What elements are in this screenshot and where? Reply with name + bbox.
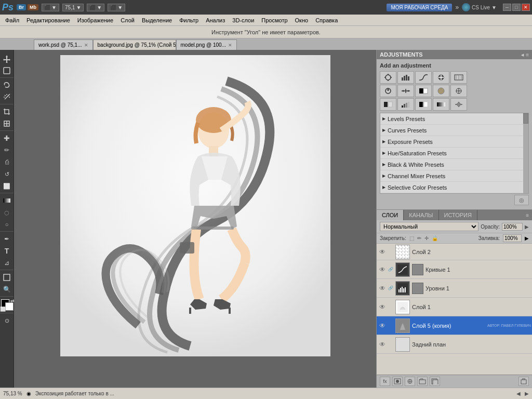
opacity-arrow[interactable]: ▶ (525, 224, 529, 230)
new-layer-button[interactable] (430, 377, 440, 386)
close-button[interactable]: ✕ (522, 4, 530, 11)
zoom-dropdown[interactable]: 75,1▼ (62, 4, 84, 11)
minimize-button[interactable]: ─ (503, 4, 511, 11)
levels-btn[interactable] (397, 71, 414, 84)
layer-row-sloy1[interactable]: 👁 Слой 1 (377, 298, 532, 316)
gradient-map-btn[interactable] (433, 98, 449, 111)
default-colors[interactable]: ⬜ (0, 307, 6, 312)
curves-presets-item[interactable]: ▶ Curves Presets (380, 125, 523, 136)
eraser-tool[interactable]: ⬜ (1, 180, 12, 192)
new-fill-adj-button[interactable] (405, 377, 415, 386)
menu-item-[interactable]: Анализ (203, 16, 228, 24)
menu-item-[interactable]: Окно (292, 16, 312, 24)
tab-history[interactable]: ИСТОРИЯ (439, 210, 477, 220)
history-brush-tool[interactable]: ↺ (1, 168, 12, 180)
bridge-icon[interactable]: Br (17, 4, 26, 10)
fill-input[interactable] (503, 234, 522, 242)
tab-close-2[interactable]: ✕ (228, 43, 232, 48)
clone-stamp-tool[interactable]: ⎙ (1, 156, 12, 168)
presets-scrollbar[interactable] (523, 113, 528, 193)
tab-1[interactable]: background.jpg @ 75,1% (Слой 5 (копия), … (93, 39, 176, 50)
layer-fx-button[interactable]: fx (380, 377, 390, 386)
exposure-presets-item[interactable]: ▶ Exposure Presets (380, 136, 523, 148)
shape-tool[interactable] (1, 272, 12, 283)
view-dropdown[interactable]: ⬛▼ (42, 4, 59, 11)
menu-item-d[interactable]: 3D-слои (229, 16, 257, 24)
adj-bottom-icon[interactable]: ◎ (514, 195, 529, 205)
lasso-tool[interactable] (1, 79, 12, 91)
channel-mixer-btn[interactable] (450, 85, 467, 97)
curves-btn[interactable] (415, 71, 432, 84)
status-icon[interactable]: ◉ (26, 391, 31, 396)
zoom-tool[interactable]: 🔍 (1, 284, 12, 295)
layer-row-sloy2[interactable]: 👁 Слой 2 (377, 244, 532, 260)
gradient-tool[interactable] (1, 195, 12, 206)
menu-item-[interactable]: Изображение (74, 16, 116, 24)
layer-visibility-curves[interactable]: 👁 (378, 265, 387, 274)
tab-0[interactable]: work.psd @ 75,1...✕ (34, 39, 93, 50)
channel-mixer-presets-item[interactable]: ▶ Channel Mixer Presets (380, 170, 523, 182)
lock-transparent-btn[interactable]: ⬚ (409, 235, 414, 241)
new-group-button[interactable] (417, 377, 428, 386)
exposure-btn[interactable] (433, 71, 449, 84)
layers-panel-menu[interactable]: ≡ (523, 211, 532, 219)
lock-all-btn[interactable]: 🔒 (432, 235, 438, 241)
layer-row-background[interactable]: 👁 Задний план (377, 335, 532, 354)
dodge-tool[interactable]: ○ (1, 219, 12, 230)
slice-tool[interactable] (1, 118, 12, 129)
select-tool[interactable] (1, 65, 12, 76)
menu-item-[interactable]: Просмотр (258, 16, 290, 24)
layer-row-curves[interactable]: 👁 🔗 Кривые 1 (377, 260, 532, 279)
selective-color-btn[interactable] (450, 98, 467, 111)
menu-item-[interactable]: Фильтр (176, 16, 202, 24)
selective-color-presets-item[interactable]: ▶ Selective Color Presets (380, 182, 523, 193)
levels-presets-item[interactable]: ▶ Levels Presets (380, 113, 523, 125)
opacity-input[interactable] (502, 223, 523, 231)
menu-item-[interactable]: Слой (117, 16, 138, 24)
color-balance-btn[interactable] (397, 85, 414, 97)
menu-item-[interactable]: Выделение (139, 16, 175, 24)
photo-filter-btn[interactable] (433, 85, 449, 97)
menu-item-[interactable]: Справка (312, 16, 341, 24)
screen-dropdown[interactable]: ⬛▼ (108, 4, 125, 11)
crop-tool[interactable] (1, 106, 12, 117)
blur-tool[interactable]: ◌ (1, 207, 12, 218)
layer-row-sloy5[interactable]: 👁 Слой 5 (копия) АВТОР: ПАВЕЛ ГУЛЕВИЧ (377, 316, 532, 335)
move-tool[interactable] (1, 53, 12, 64)
tab-channels[interactable]: КАНАЛЫ (404, 210, 438, 220)
nav-prev[interactable]: ◀ (516, 391, 521, 396)
text-tool[interactable]: T (1, 245, 12, 257)
delete-layer-button[interactable] (518, 377, 529, 386)
quick-mask[interactable]: ⊙ (1, 315, 12, 326)
vibrance-btn[interactable] (450, 71, 467, 84)
pen-tool[interactable]: ✒ (1, 233, 12, 245)
size-dropdown[interactable]: ⬛▼ (87, 4, 104, 11)
workspace-button[interactable]: МОЯ РАБОЧАЯ СРЕДА (387, 4, 452, 11)
menu-item-[interactable]: Редактирование (23, 16, 73, 24)
brightness-contrast-btn[interactable] (380, 71, 396, 84)
healing-brush-tool[interactable]: ✚ (1, 132, 12, 144)
add-mask-button[interactable] (392, 377, 403, 386)
scrollbar-thumb[interactable] (523, 113, 528, 124)
path-select-tool[interactable]: ⊿ (1, 257, 12, 269)
layer-row-levels[interactable]: 👁 🔗 Уровни 1 (377, 279, 532, 298)
layer-visibility-sloy2[interactable]: 👁 (378, 247, 387, 257)
panel-menu-icon[interactable]: ≡ (526, 52, 529, 58)
cs-live-arrow[interactable]: ▼ (491, 5, 497, 10)
brush-tool[interactable]: ✏ (1, 144, 12, 156)
fill-arrow[interactable]: ▶ (525, 235, 529, 241)
menu-item-[interactable]: Файл (2, 16, 22, 24)
lock-position-btn[interactable]: ✛ (424, 235, 429, 241)
lock-image-btn[interactable]: ✏ (417, 235, 421, 241)
panel-collapse-icon[interactable]: ◂ (521, 52, 524, 58)
layer-visibility-background[interactable]: 👁 (378, 340, 387, 349)
black-white-presets-item[interactable]: ▶ Black & White Presets (380, 159, 523, 170)
invert-btn[interactable] (380, 98, 396, 111)
black-white-btn[interactable] (415, 85, 432, 97)
blend-mode-select[interactable]: Нормальный (380, 222, 478, 231)
tab-close-0[interactable]: ✕ (84, 43, 88, 48)
restore-button[interactable]: □ (512, 4, 521, 11)
hue-saturation-presets-item[interactable]: ▶ Hue/Saturation Presets (380, 148, 523, 159)
nav-next[interactable]: ▶ (525, 391, 529, 396)
background-color[interactable] (5, 302, 14, 311)
